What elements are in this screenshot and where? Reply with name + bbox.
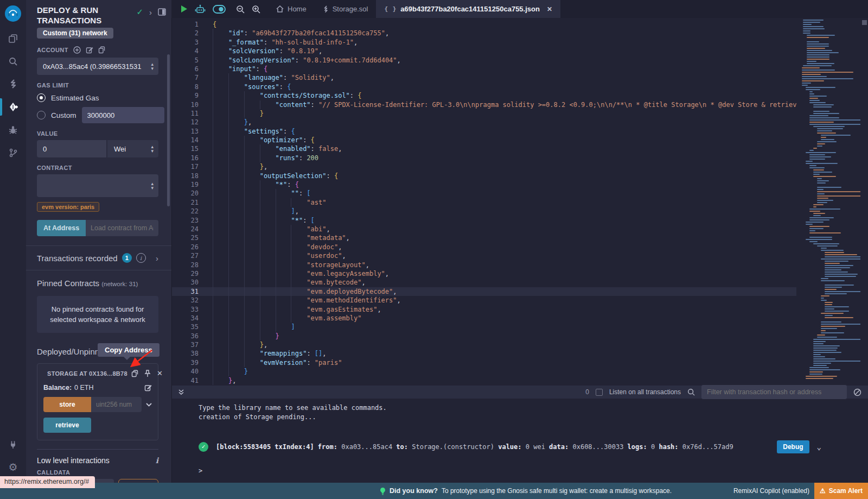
contract-select[interactable]: ▴▾ — [37, 174, 158, 197]
panel-scrollbar[interactable] — [167, 54, 170, 206]
chevron-right-icon[interactable]: › — [149, 8, 152, 17]
remix-logo[interactable] — [0, 0, 26, 27]
sidebar-item-git[interactable] — [0, 141, 26, 164]
sidebar-item-debugger[interactable] — [0, 118, 26, 141]
divider — [37, 449, 158, 450]
store-button[interactable]: store — [43, 397, 91, 412]
tx-block-info: [block:5583405 txIndex:4] — [216, 443, 314, 451]
transact-button[interactable]: Transact — [118, 479, 158, 483]
gas-limit-label: GAS LIMIT — [37, 82, 158, 89]
low-level-info-icon[interactable]: i — [156, 456, 158, 465]
sidebar-item-file-explorer[interactable] — [0, 27, 26, 50]
copilot-toggle-icon[interactable] — [213, 5, 226, 14]
copy-account-icon[interactable] — [98, 46, 105, 54]
info-icon[interactable]: i — [136, 253, 146, 263]
low-level-title: Low level interactions — [37, 456, 110, 465]
lightbulb-icon — [380, 487, 386, 495]
balance-value: 0 ETH — [74, 384, 93, 391]
contract-label: CONTRACT — [37, 165, 158, 171]
edit-balance-icon[interactable] — [144, 384, 152, 391]
solidity-file-icon — [323, 5, 329, 12]
at-address-input[interactable] — [86, 220, 158, 236]
tab-build-info-json[interactable]: { } a69b43f277ba20fcac141151250ca755.jso… — [376, 0, 560, 18]
copilot-status[interactable]: RemixAI Copilot (enabled) — [733, 483, 809, 499]
estimated-gas-label: Estimated Gas — [51, 94, 99, 102]
balance-label: Balance: — [43, 384, 72, 391]
remixai-robot-icon[interactable] — [195, 4, 206, 14]
tab-home[interactable]: Home — [268, 0, 315, 18]
tip-label: Did you know? — [390, 487, 438, 495]
estimated-gas-option[interactable]: Estimated Gas — [37, 93, 158, 102]
expand-tx-chevron-icon[interactable]: ⌄ — [817, 443, 821, 452]
store-arg-input[interactable] — [91, 397, 142, 412]
expand-chevron-icon[interactable]: › — [156, 254, 158, 263]
zoom-out-icon[interactable] — [236, 5, 245, 14]
value-input[interactable] — [37, 140, 106, 157]
custom-gas-input[interactable] — [82, 107, 164, 123]
sidebar-item-solidity-compiler[interactable] — [0, 73, 26, 96]
evm-version-badge: evm version: paris — [37, 202, 99, 212]
panel-scroll-area: Custom (31) network ACCOUNT 0xA03...85ac… — [26, 28, 171, 483]
panel-layout-icon[interactable] — [158, 8, 166, 16]
expand-terminal-icon[interactable] — [178, 389, 184, 395]
debug-button[interactable]: Debug — [777, 440, 809, 453]
listen-count: 0 — [585, 388, 589, 396]
tip-text: To prototype using the Gnosis safe multi… — [442, 487, 672, 495]
copy-address-icon[interactable] — [131, 370, 138, 377]
panel-header: DEPLOY & RUN TRANSACTIONS ✓ › — [26, 0, 171, 28]
sidebar-item-plugin-manager[interactable] — [0, 433, 26, 456]
check-icon: ✓ — [136, 7, 143, 17]
deploy-run-panel: DEPLOY & RUN TRANSACTIONS ✓ › Custom (31… — [26, 0, 172, 483]
value-label: VALUE — [37, 130, 158, 137]
calldata-label: CALLDATA — [37, 469, 158, 476]
transaction-filter-input[interactable] — [701, 385, 847, 399]
terminal-log-line: creation of Storage pending... — [199, 413, 868, 422]
pin-icon[interactable] — [144, 370, 151, 377]
add-account-icon[interactable] — [73, 46, 81, 54]
terminal-search-icon — [687, 388, 695, 396]
tx-success-icon: ✓ — [199, 442, 208, 452]
network-badge: Custom (31) network — [37, 28, 113, 39]
pinned-contracts-title: Pinned Contracts (network: 31) — [37, 279, 158, 288]
terminal-output[interactable]: Type the library name to see available c… — [171, 399, 868, 476]
remove-instance-icon[interactable]: ✕ — [157, 369, 163, 377]
files-icon — [8, 34, 18, 43]
retrieve-button[interactable]: retrieve — [43, 418, 91, 433]
code-editor[interactable]: 1234567891011121314151617181920212223242… — [171, 18, 868, 386]
zoom-in-icon[interactable] — [252, 5, 260, 14]
sidebar-item-deploy-run[interactable] — [0, 96, 26, 118]
terminal-log-line: Type the library name to see available c… — [199, 403, 868, 413]
terminal-prompt[interactable]: > — [199, 466, 868, 476]
scam-alert-badge[interactable]: ⚠ Scam Alert — [814, 483, 868, 499]
remix-logo-icon — [5, 5, 21, 22]
code-content[interactable]: {"id": "a69b43f277ba20fcac141151250ca755… — [213, 20, 796, 385]
solidity-icon — [9, 79, 17, 89]
account-label: ACCOUNT — [37, 47, 68, 53]
run-script-icon[interactable] — [181, 5, 188, 13]
minimap[interactable] — [800, 20, 860, 384]
listen-checkbox[interactable] — [596, 389, 603, 396]
panel-title: DEPLOY & RUN TRANSACTIONS — [37, 5, 132, 26]
custom-gas-option[interactable]: Custom — [37, 107, 158, 123]
estimated-gas-radio[interactable] — [37, 93, 46, 102]
status-bar: Did you know? To prototype using the Gno… — [0, 483, 868, 499]
close-tab-icon[interactable]: ✕ — [547, 5, 552, 13]
edit-account-icon[interactable] — [86, 46, 93, 54]
account-select[interactable]: 0xA03...85ac4 (0.39866531531 ▴▾ — [37, 58, 158, 75]
transaction-log-row[interactable]: ✓ [block:5583405 txIndex:4] from: 0xa03.… — [199, 440, 868, 453]
browser-link-preview: https://remix.ethereum.org/# — [0, 476, 95, 488]
value-unit-select[interactable]: Wei ▴▾ — [107, 140, 158, 157]
pinned-network-label: (network: 31) — [101, 281, 138, 287]
deploy-run-icon — [8, 102, 18, 112]
clear-console-icon[interactable] — [853, 388, 861, 396]
transactions-recorded-row[interactable]: Transactions recorded 1 i › — [37, 246, 158, 270]
sidebar-item-search[interactable] — [0, 50, 26, 73]
expand-args-chevron-icon[interactable] — [146, 403, 152, 407]
git-branch-icon — [9, 148, 18, 157]
custom-gas-radio[interactable] — [37, 111, 46, 119]
editor-scrollbar-thumb[interactable] — [862, 20, 867, 25]
unit-select-arrows-icon: ▴▾ — [148, 144, 154, 153]
sidebar-item-settings[interactable]: ⚙ — [0, 456, 26, 478]
tab-storage-sol[interactable]: Storage.sol — [315, 0, 376, 18]
at-address-button[interactable]: At Address — [37, 220, 86, 236]
